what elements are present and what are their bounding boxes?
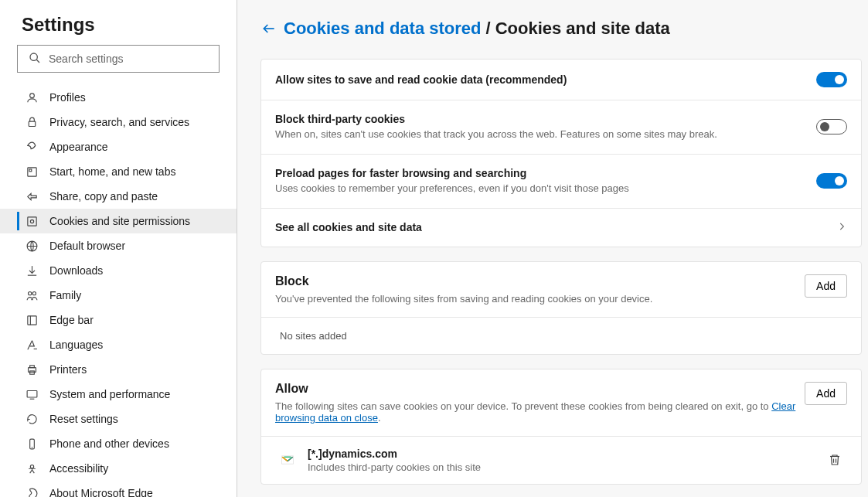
svg-rect-5 [29,169,31,171]
sidebar-item-icon [25,116,39,129]
sidebar-item[interactable]: Start, home, and new tabs [0,159,237,184]
svg-rect-16 [29,365,34,367]
sidebar-item[interactable]: Accessibility [0,456,237,481]
sidebar-item-icon [25,388,39,401]
sidebar-item-icon [25,215,39,228]
search-box[interactable] [17,45,220,73]
site-favicon [280,452,295,468]
sidebar-item[interactable]: Appearance [0,134,237,159]
settings-toggle-row: Block third-party cookiesWhen on, sites … [261,100,861,155]
allow-add-button[interactable]: Add [805,382,847,405]
settings-main: Cookies and data stored / Cookies and si… [237,0,868,497]
sidebar-item[interactable]: Downloads [0,258,237,283]
sidebar-item-label: Cookies and site permissions [49,215,190,227]
block-desc: You've prevented the following sites fro… [275,293,805,305]
svg-point-2 [29,93,34,97]
breadcrumb-parent-link[interactable]: Cookies and data stored [284,19,482,39]
sidebar-item-label: Profiles [49,91,86,104]
block-title: Block [275,274,805,288]
settings-toggle-row: Preload pages for faster browsing and se… [261,155,861,209]
sidebar-item[interactable]: Family [0,283,237,308]
sidebar-item-label: Languages [49,339,103,351]
svg-rect-12 [27,315,36,324]
sidebar-item-label: Appearance [49,141,108,153]
site-subtext: Includes third-party cookies on this sit… [308,461,822,473]
block-add-button[interactable]: Add [805,274,847,298]
sidebar-item-label: Accessibility [49,462,108,475]
sidebar-item-label: Printers [49,363,87,376]
setting-title: Block third-party cookies [275,113,805,125]
breadcrumb-current: Cookies and site data [495,19,670,39]
sidebar-item-icon [25,413,39,426]
svg-point-22 [30,465,33,468]
setting-desc: When on, sites can't use cookies that tr… [275,128,805,141]
settings-link-row[interactable]: See all cookies and site data [261,209,861,247]
sidebar-item-label: Reset settings [49,413,118,425]
sidebar-item-label: Default browser [49,240,125,252]
sidebar-item-label: Family [49,289,81,301]
block-card: Block You've prevented the following sit… [260,261,862,355]
sidebar-item-icon [25,363,39,376]
sidebar-item[interactable]: Profiles [0,85,237,110]
svg-point-10 [28,291,31,294]
setting-title: See all cookies and site data [275,221,825,233]
toggle-switch[interactable] [816,119,847,134]
sidebar-item-icon [25,264,39,277]
sidebar-item-icon [25,314,39,327]
svg-point-7 [30,220,33,223]
sidebar-item[interactable]: System and performance [0,382,237,407]
delete-site-button[interactable] [822,448,847,472]
sidebar-item-icon [25,190,39,203]
settings-nav: ProfilesPrivacy, search, and servicesApp… [0,85,237,497]
sidebar-item[interactable]: Phone and other devices [0,431,237,456]
sidebar-item[interactable]: Default browser [0,233,237,258]
sidebar-item-label: Privacy, search, and services [49,116,189,128]
sidebar-item-label: Start, home, and new tabs [49,165,175,178]
setting-title: Allow sites to save and read cookie data… [275,73,805,86]
setting-desc: Uses cookies to remember your preference… [275,182,805,196]
sidebar-item[interactable]: Cookies and site permissions [0,209,237,233]
breadcrumb: Cookies and data stored / Cookies and si… [260,19,863,39]
allow-desc: The following sites can save cookies on … [275,400,805,424]
allowed-site-row: [*.]dynamics.comIncludes third-party coo… [261,436,861,484]
sidebar-item[interactable]: Edge bar [0,308,237,332]
allow-card: Allow The following sites can save cooki… [260,369,862,485]
setting-title: Preload pages for faster browsing and se… [275,167,805,179]
search-input[interactable] [49,46,219,72]
svg-point-0 [30,53,37,60]
sidebar-item-icon [25,339,39,352]
sidebar-item-icon [25,487,39,498]
search-icon [18,52,49,66]
sidebar-item-icon [25,141,39,154]
svg-point-11 [32,291,36,294]
chevron-right-icon [836,221,847,234]
site-domain: [*.]dynamics.com [308,448,822,460]
sidebar-item-icon [25,91,39,104]
cookie-settings-card: Allow sites to save and read cookie data… [260,59,862,247]
sidebar-item-label: Share, copy and paste [49,190,158,203]
sidebar-item-icon [25,462,39,475]
back-button[interactable] [260,20,277,37]
sidebar-item[interactable]: Printers [0,357,237,382]
sidebar-item[interactable]: Share, copy and paste [0,184,237,209]
svg-rect-6 [27,216,36,225]
sidebar-item-label: Phone and other devices [49,437,169,450]
sidebar-item-icon [25,165,39,179]
sidebar-item-label: About Microsoft Edge [49,487,153,497]
svg-rect-18 [27,390,37,397]
svg-rect-17 [29,370,34,373]
sidebar-item[interactable]: Reset settings [0,407,237,431]
sidebar-item-label: Downloads [49,264,103,277]
settings-sidebar: Settings ProfilesPrivacy, search, and se… [0,0,237,497]
sidebar-item[interactable]: About Microsoft Edge [0,481,237,497]
toggle-switch[interactable] [816,173,847,189]
toggle-switch[interactable] [816,72,847,87]
svg-line-1 [36,60,39,63]
sidebar-item[interactable]: Languages [0,332,237,357]
svg-rect-3 [29,121,36,126]
sidebar-item-icon [25,289,39,302]
sidebar-item-label: System and performance [49,388,170,400]
settings-title: Settings [0,11,237,45]
breadcrumb-separator: / [486,19,491,39]
sidebar-item[interactable]: Privacy, search, and services [0,110,237,134]
